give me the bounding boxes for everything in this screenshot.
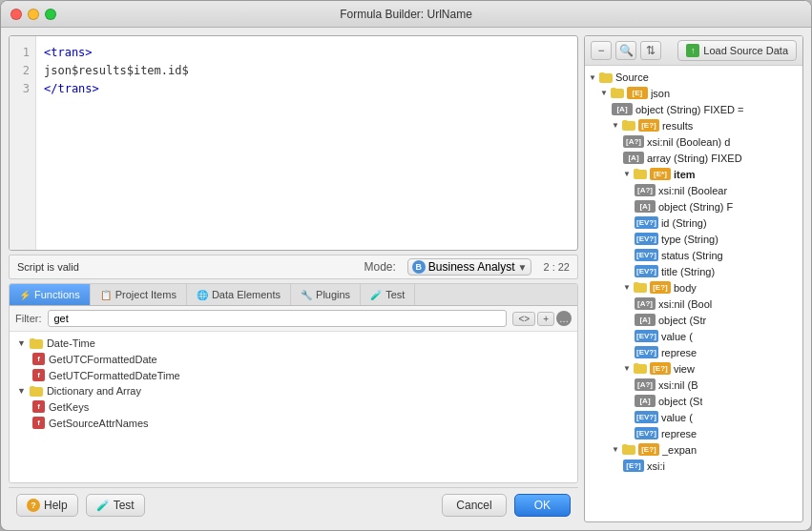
body-object-tag: [A] [635, 314, 656, 326]
type-label: type (String) [661, 234, 718, 245]
tree-node-title[interactable]: [EV?] title (String) [585, 263, 802, 279]
view-represent-label: represe [661, 428, 697, 439]
status-bar: Script is valid Mode: B Business Analyst… [9, 255, 578, 279]
traffic-lights [10, 9, 56, 20]
tree-node-expan[interactable]: ▼ [E?] _expan [585, 441, 802, 458]
tree-node-body[interactable]: ▼ [E?] body [585, 279, 802, 296]
main-window: Formula Builder: UrlName 1 2 3 <trans> j… [0, 0, 812, 531]
expan-folder [622, 444, 635, 455]
help-button[interactable]: ? Help [16, 494, 78, 517]
filter-prev-button[interactable]: <> [512, 312, 535, 326]
view-xsinil-tag: [A?] [635, 378, 656, 391]
cancel-button[interactable]: Cancel [442, 494, 506, 517]
test-bottom-icon: 🧪 [96, 500, 110, 512]
test-icon: 🧪 [370, 290, 382, 300]
editor-area[interactable]: 1 2 3 <trans> json$results$item.id$ </tr… [9, 35, 578, 251]
search-button[interactable]: 🔍 [615, 41, 636, 60]
tabs-area: ⚡ Functions 📋 Project Items 🌐 Data Eleme… [9, 283, 578, 483]
tree-node-type[interactable]: [EV?] type (String) [585, 231, 802, 247]
fn-icon-4: f [32, 417, 45, 429]
view-folder [634, 363, 647, 374]
category-dict-label: Dictionary and Array [47, 385, 141, 397]
tab-functions[interactable]: ⚡ Functions [10, 284, 91, 305]
sort-button[interactable]: ⇅ [640, 41, 661, 60]
tree-node-object[interactable]: [A] object (String) FIXED = [585, 101, 802, 117]
item-folder [634, 169, 647, 179]
results-folder [622, 120, 635, 131]
fn-icon-3: f [32, 400, 45, 413]
filter-add-button[interactable]: + [537, 312, 554, 326]
tree-node-body-value[interactable]: [EV?] value ( [585, 328, 802, 344]
data-icon: 🌐 [197, 290, 208, 300]
tab-project-label: Project Items [115, 289, 177, 300]
help-icon: ? [27, 499, 40, 512]
expan-tag: [E?] [638, 443, 659, 456]
tab-plugins[interactable]: 🔧 Plugins [291, 284, 361, 305]
category-datetime[interactable]: ▼ Date-Time [10, 336, 577, 351]
id-label: id (String) [661, 217, 707, 229]
fn-getutcformatteddate[interactable]: f GetUTCFormattedDate [10, 351, 577, 367]
minimize-button[interactable] [28, 9, 39, 20]
tabs-header: ⚡ Functions 📋 Project Items 🌐 Data Eleme… [10, 284, 577, 306]
filter-input[interactable] [48, 310, 508, 327]
object2-tag: [A] [635, 200, 656, 213]
left-panel: 1 2 3 <trans> json$results$item.id$ </tr… [9, 35, 578, 522]
tree-node-body-represent[interactable]: [EV?] represe [585, 344, 802, 360]
tree-node-item[interactable]: ▼ [E*] item [585, 166, 802, 182]
filter-bar: Filter: <> + … [10, 306, 577, 332]
fn-getutcformatteddatetime[interactable]: f GetUTCFormattedDateTime [10, 367, 577, 383]
chevron-datetime: ▼ [17, 338, 26, 348]
tree-node-view-represent[interactable]: [EV?] represe [585, 425, 802, 441]
status-label: status (String [661, 250, 723, 261]
fn-getsourceattrnames[interactable]: f GetSourceAttrNames [10, 415, 577, 431]
close-button[interactable] [10, 9, 22, 20]
tree-node-id[interactable]: [EV?] id (String) [585, 214, 802, 231]
item-tag: [E*] [650, 168, 671, 180]
body-value-label: value ( [661, 331, 693, 342]
ok-button[interactable]: OK [514, 494, 571, 517]
tree-node-view-xsinil[interactable]: [A?] xsi:nil (B [585, 377, 802, 393]
object-tag: [A] [612, 103, 633, 115]
load-source-button[interactable]: ↑ Load Source Data [677, 40, 797, 61]
item-label: item [674, 169, 696, 180]
tree-node-json[interactable]: ▼ [E] json [585, 85, 802, 101]
collapse-button[interactable]: − [591, 41, 612, 60]
tree-node-xsinil2[interactable]: [A?] xsi:nil (Boolear [585, 182, 802, 198]
type-tag: [EV?] [635, 233, 658, 245]
line-numbers: 1 2 3 [10, 36, 36, 250]
body-value-tag: [EV?] [635, 330, 658, 342]
fn-getutcformatteddatetime-label: GetUTCFormattedDateTime [49, 370, 180, 381]
tree-node-xsi-i[interactable]: [E?] xsi:i [585, 458, 802, 474]
tree-node-status[interactable]: [EV?] status (String [585, 247, 802, 263]
body-represent-label: represe [661, 347, 697, 358]
tree-node-results[interactable]: ▼ [E?] results [585, 117, 802, 133]
tree-node-array[interactable]: [A] array (String) FIXED [585, 150, 802, 166]
tree-node-view-object[interactable]: [A] object (St [585, 393, 802, 409]
filter-more-button[interactable]: … [556, 311, 572, 326]
tab-test[interactable]: 🧪 Test [361, 284, 415, 305]
tree-node-body-xsinil[interactable]: [A?] xsi:nil (Bool [585, 296, 802, 312]
tree-node-body-object[interactable]: [A] object (Str [585, 312, 802, 328]
tab-data-elements[interactable]: 🌐 Data Elements [187, 284, 291, 305]
source-root[interactable]: ▼ Source [585, 70, 802, 85]
maximize-button[interactable] [45, 9, 56, 20]
test-button[interactable]: 🧪 Test [86, 494, 145, 517]
tree-node-xsinil1[interactable]: [A?] xsi:nil (Boolean) d [585, 133, 802, 150]
folder-datetime [30, 338, 43, 349]
tab-project-items[interactable]: 📋 Project Items [91, 284, 187, 305]
folder-dict [30, 386, 43, 397]
mode-dropdown-arrow: ▼ [518, 262, 528, 273]
code-line2: json$results$item.id$ [44, 64, 189, 77]
fn-getkeys[interactable]: f GetKeys [10, 398, 577, 415]
mode-select[interactable]: B Business Analyst ▼ [407, 258, 532, 276]
tree-node-object2[interactable]: [A] object (String) F [585, 198, 802, 214]
tabs-body: Filter: <> + … ▼ [10, 306, 577, 482]
status-text: Script is valid [17, 261, 352, 273]
body-label: body [674, 282, 697, 294]
fn-getsourceattrnames-label: GetSourceAttrNames [49, 418, 149, 429]
code-editor[interactable]: <trans> json$results$item.id$ </trans> [36, 36, 577, 250]
category-dict-array[interactable]: ▼ Dictionary and Array [10, 383, 577, 398]
tree-node-view-value[interactable]: [EV?] value ( [585, 409, 802, 425]
tree-node-view[interactable]: ▼ [E?] view [585, 360, 802, 377]
search-icon: 🔍 [619, 44, 634, 57]
